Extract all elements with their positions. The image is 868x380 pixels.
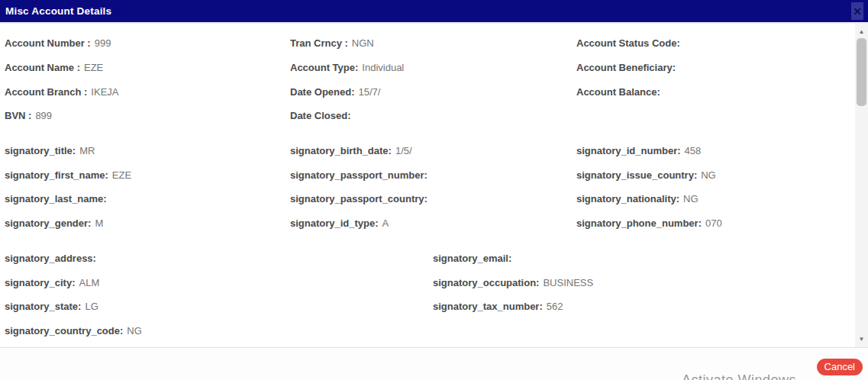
field-label: signatory_country_code: — [5, 325, 123, 337]
detail-row: Account Number :999 — [5, 31, 290, 56]
scroll-down-icon[interactable]: ▼ — [855, 333, 868, 346]
modal-title: Misc Account Details — [5, 5, 111, 17]
detail-row: signatory_email: — [433, 246, 853, 271]
field-label: Account Balance: — [576, 86, 660, 98]
field-label: signatory_passport_number: — [290, 169, 428, 181]
detail-row: Account Beneficiary: — [576, 56, 853, 80]
detail-row: Date Closed: — [290, 104, 576, 128]
field-label: signatory_tax_number: — [433, 301, 543, 312]
field-label: signatory_city: — [5, 277, 75, 288]
signatory-col-1: signatory_title:MR signatory_first_name:… — [5, 139, 290, 236]
misc-account-details-modal: Misc Account Details ✕ Account Number :9… — [0, 0, 868, 380]
detail-row: signatory_nationality:NG — [576, 187, 853, 211]
field-value: IKEJA — [91, 86, 118, 98]
close-icon[interactable]: ✕ — [851, 2, 863, 20]
detail-row: signatory_title:MR — [5, 139, 290, 163]
account-details-col-1: Account Number :999 Account Name :EZE Ac… — [5, 31, 290, 128]
field-value: 562 — [547, 301, 563, 312]
vertical-scrollbar[interactable]: ▲ ▼ — [855, 24, 868, 347]
detail-row: Date Opened:15/7/ — [290, 79, 576, 104]
address-col-2: signatory_email: signatory_occupation:BU… — [433, 246, 853, 343]
field-label: signatory_id_type: — [290, 217, 379, 229]
field-value: A — [382, 217, 389, 229]
cancel-button[interactable]: Cancel — [817, 359, 863, 375]
scroll-up-icon[interactable]: ▲ — [855, 25, 868, 38]
signatory-address-section: signatory_address: signatory_city:ALM si… — [5, 246, 853, 343]
field-label: signatory_issue_country: — [576, 169, 697, 181]
field-label: signatory_passport_country: — [290, 193, 428, 204]
detail-row: signatory_phone_number:070 — [576, 211, 853, 236]
detail-row: signatory_state:LG — [5, 295, 433, 319]
field-label: signatory_first_name: — [5, 169, 108, 181]
account-details-section: Account Number :999 Account Name :EZE Ac… — [5, 31, 853, 128]
field-label: Account Branch : — [5, 86, 87, 98]
detail-row: signatory_occupation:BUSINESS — [433, 270, 853, 295]
modal-header: Misc Account Details ✕ — [0, 0, 868, 22]
detail-row: signatory_address: — [5, 246, 433, 271]
field-value: ALM — [79, 277, 99, 288]
detail-row: signatory_birth_date:1/5/ — [290, 139, 576, 163]
field-value: M — [95, 217, 103, 229]
field-label: Account Beneficiary: — [576, 62, 676, 73]
field-label: signatory_title: — [5, 145, 76, 156]
field-value: LG — [85, 301, 98, 312]
field-label: Account Type: — [290, 62, 358, 73]
detail-row: Account Status Code: — [576, 31, 853, 56]
detail-row: signatory_id_number:458 — [576, 139, 853, 163]
field-label: Tran Crncy : — [290, 37, 348, 49]
modal-body: Account Number :999 Account Name :EZE Ac… — [0, 22, 868, 348]
detail-row: Account Balance: — [576, 79, 853, 104]
field-label: signatory_phone_number: — [576, 217, 702, 229]
account-details-col-3: Account Status Code: Account Beneficiary… — [576, 31, 853, 128]
field-label: signatory_id_number: — [576, 145, 681, 156]
field-value: 15/7/ — [359, 86, 381, 98]
field-value: NG — [127, 325, 142, 337]
signatory-identity-section: signatory_title:MR signatory_first_name:… — [5, 139, 853, 236]
field-label: Account Name : — [5, 62, 80, 73]
field-label: signatory_gender: — [5, 217, 91, 229]
field-label: signatory_nationality: — [576, 193, 679, 204]
field-value: 458 — [685, 145, 702, 156]
detail-row: Tran Crncy :NGN — [290, 31, 576, 56]
field-label: Date Opened: — [290, 86, 355, 98]
detail-row: signatory_id_type:A — [290, 211, 576, 236]
field-label: signatory_state: — [5, 301, 81, 312]
detail-row: signatory_tax_number:562 — [433, 295, 853, 319]
detail-row: Account Type:Individual — [290, 56, 576, 80]
field-label: signatory_birth_date: — [290, 145, 392, 156]
field-value: MR — [79, 145, 95, 156]
field-value: NG — [701, 169, 716, 181]
field-value: 1/5/ — [395, 145, 412, 156]
field-value: 899 — [35, 110, 52, 121]
field-value: EZE — [112, 169, 131, 181]
detail-row: signatory_passport_country: — [290, 187, 576, 211]
detail-row: signatory_first_name:EZE — [5, 163, 290, 187]
field-value: 999 — [95, 37, 111, 49]
address-col-1: signatory_address: signatory_city:ALM si… — [5, 246, 433, 343]
field-label: signatory_occupation: — [433, 277, 539, 288]
detail-row: BVN :899 — [5, 104, 290, 128]
field-label: Date Closed: — [290, 110, 350, 121]
field-value: Individual — [362, 62, 404, 73]
detail-row: signatory_city:ALM — [5, 270, 433, 295]
details-content: Account Number :999 Account Name :EZE Ac… — [0, 24, 868, 343]
signatory-col-3: signatory_id_number:458 signatory_issue_… — [576, 139, 853, 236]
scrollbar-thumb[interactable] — [857, 38, 866, 106]
detail-row: signatory_issue_country:NG — [576, 163, 853, 187]
account-details-col-2: Tran Crncy :NGN Account Type:Individual … — [290, 31, 576, 128]
field-label: signatory_address: — [5, 253, 96, 264]
modal-footer: Cancel — [0, 348, 868, 380]
detail-row: signatory_gender:M — [5, 211, 290, 236]
detail-row: signatory_last_name: — [5, 187, 290, 211]
field-label: Account Number : — [5, 37, 91, 49]
detail-row: Account Branch :IKEJA — [5, 79, 290, 104]
detail-row: signatory_passport_number: — [290, 163, 576, 187]
field-value: EZE — [84, 62, 103, 73]
field-label: signatory_email: — [433, 253, 511, 264]
detail-row: Account Name :EZE — [5, 56, 290, 80]
signatory-col-2: signatory_birth_date:1/5/ signatory_pass… — [290, 139, 576, 236]
field-value: NG — [683, 193, 699, 204]
field-label: signatory_last_name: — [5, 193, 107, 204]
field-label: BVN : — [5, 110, 31, 121]
detail-row: signatory_country_code:NG — [5, 319, 433, 343]
